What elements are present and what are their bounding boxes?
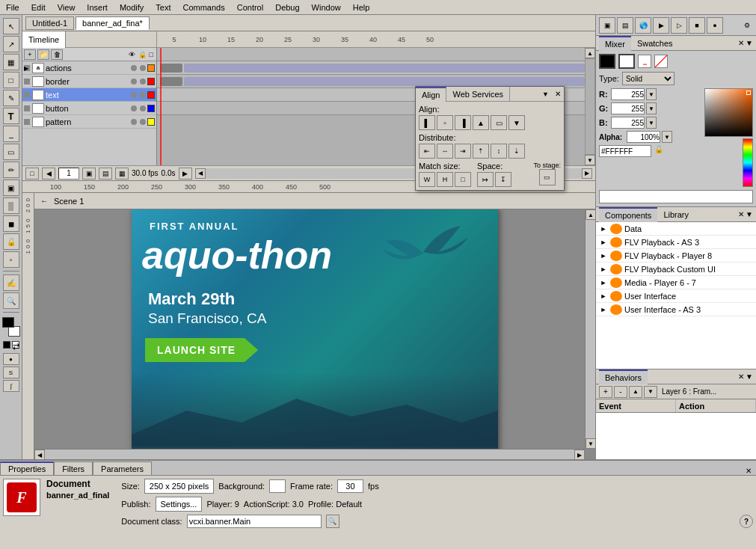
tool-arrow[interactable]: ↖ bbox=[3, 18, 19, 34]
snap-magnet-btn[interactable]: ● bbox=[3, 353, 19, 365]
menu-edit[interactable]: Edit bbox=[25, 1, 52, 13]
right-panel-btn6[interactable]: ■ bbox=[689, 17, 705, 34]
layer-pattern[interactable]: pattern bbox=[22, 115, 156, 129]
comp-flv-p8[interactable]: ► FLV Playback - Player 8 bbox=[596, 249, 756, 263]
add-behavior-btn[interactable]: + bbox=[599, 386, 612, 398]
tool-text[interactable]: T bbox=[3, 108, 19, 124]
expand-ui[interactable]: ► bbox=[599, 292, 608, 301]
tool-brush[interactable]: ▣ bbox=[3, 180, 19, 196]
menu-view[interactable]: View bbox=[52, 1, 82, 13]
alpha-input[interactable] bbox=[627, 131, 660, 143]
mixer-options-btn[interactable]: ▼ bbox=[746, 39, 753, 47]
comp-media[interactable]: ► Media - Player 6 - 7 bbox=[596, 276, 756, 289]
menu-control[interactable]: Control bbox=[231, 1, 269, 13]
stage-scroll-down[interactable]: ▼ bbox=[586, 438, 595, 449]
nav-back-btn[interactable]: ◀ bbox=[42, 168, 55, 180]
tool-rect[interactable]: ▭ bbox=[3, 144, 19, 160]
stroke-color-swatch[interactable] bbox=[2, 317, 14, 328]
expand-media[interactable]: ► bbox=[599, 278, 608, 287]
insert-frame-btn[interactable]: ▤ bbox=[99, 168, 112, 180]
comp-flv-as3[interactable]: ► FLV Playback - AS 3 bbox=[596, 236, 756, 249]
add-folder-btn[interactable]: 📁 bbox=[37, 49, 49, 60]
g-input[interactable] bbox=[611, 102, 645, 114]
menu-modify[interactable]: Modify bbox=[114, 1, 150, 13]
tab-behaviors[interactable]: Behaviors bbox=[599, 369, 648, 384]
stage-scroll-left[interactable]: ◀ bbox=[34, 450, 45, 459]
tab-mixer[interactable]: Mixer bbox=[599, 36, 631, 51]
align-right-btn[interactable]: ▐ bbox=[455, 115, 471, 130]
align-bottom-btn[interactable]: ▼ bbox=[508, 115, 525, 130]
swap-colors-btn[interactable]: ⇄ bbox=[12, 341, 19, 349]
layer-text[interactable]: T text bbox=[22, 88, 156, 102]
comp-ui-as3[interactable]: ► User Interface - AS 3 bbox=[596, 303, 756, 316]
r-arrow[interactable]: ▼ bbox=[646, 88, 657, 100]
tab-properties[interactable]: Properties bbox=[0, 461, 54, 475]
copy-frames-btn[interactable]: ▦ bbox=[115, 168, 129, 180]
layer-button[interactable]: button bbox=[22, 102, 156, 115]
tool-paint-bucket[interactable]: ◼ bbox=[3, 215, 19, 232]
tool-pencil[interactable]: ✏ bbox=[3, 162, 19, 178]
dist-top-btn[interactable]: ⇡ bbox=[473, 144, 489, 159]
stage-scroll-up[interactable]: ▲ bbox=[586, 209, 595, 220]
right-panel-btn4[interactable]: ▶ bbox=[653, 17, 669, 34]
tab-banner[interactable]: banner_ad_fina* bbox=[76, 16, 150, 30]
to-stage-btn[interactable]: ▭ bbox=[539, 169, 556, 185]
match-both-btn[interactable]: □ bbox=[455, 172, 471, 187]
align-panel-options[interactable]: ▼ bbox=[539, 91, 552, 98]
mixer-close-btn[interactable]: ✕ bbox=[738, 39, 744, 47]
timeline-tab-timeline[interactable]: Timeline bbox=[22, 31, 66, 48]
stage-hscroll[interactable]: ◀ ▶ bbox=[34, 449, 585, 459]
settings-btn[interactable]: Settings... bbox=[156, 497, 203, 512]
tool-eyedropper[interactable]: 🔓 bbox=[3, 233, 19, 250]
props-close-btn[interactable]: ✕ bbox=[741, 467, 756, 475]
right-panel-btn3[interactable]: 🌎 bbox=[635, 17, 651, 34]
components-close-btn[interactable]: ✕ bbox=[738, 210, 744, 218]
bg-swatch[interactable] bbox=[269, 479, 286, 493]
tab-components[interactable]: Components bbox=[599, 207, 657, 222]
alpha-arrow[interactable]: ▼ bbox=[662, 131, 672, 143]
layer-actions[interactable]: ▶ a actions bbox=[22, 61, 156, 75]
dist-center-v-btn[interactable]: ↕ bbox=[491, 144, 507, 159]
tab-untitled[interactable]: Untitled-1 bbox=[25, 16, 74, 30]
frame-input[interactable] bbox=[58, 168, 79, 180]
tool-line[interactable]: ⎯ bbox=[3, 126, 19, 142]
menu-text[interactable]: Text bbox=[150, 1, 176, 13]
g-arrow[interactable]: ▼ bbox=[646, 102, 657, 114]
right-panel-btn7[interactable]: ● bbox=[707, 17, 723, 34]
behaviors-options-btn[interactable]: ▼ bbox=[746, 372, 753, 381]
space-v-btn[interactable]: ↧ bbox=[495, 172, 511, 187]
menu-help[interactable]: Help bbox=[347, 1, 376, 13]
tool-eraser[interactable]: ▫ bbox=[3, 251, 19, 268]
tool-subselect[interactable]: ↗ bbox=[3, 36, 19, 52]
match-h-btn[interactable]: H bbox=[437, 172, 453, 187]
align-top-btn[interactable]: ▲ bbox=[473, 115, 489, 130]
right-panel-settings[interactable]: ⚙ bbox=[741, 19, 753, 31]
tool-zoom[interactable]: 🔍 bbox=[3, 292, 19, 309]
right-panel-btn2[interactable]: ▤ bbox=[617, 17, 633, 34]
stage-vscroll[interactable]: ▲ ▼ bbox=[585, 209, 595, 449]
hue-slider[interactable] bbox=[743, 138, 753, 187]
no-stroke-btn[interactable]: ⎯ bbox=[638, 55, 651, 68]
stage-scroll-right[interactable]: ▶ bbox=[574, 450, 585, 459]
layer-border[interactable]: border bbox=[22, 75, 156, 88]
play-btn[interactable]: ▶ bbox=[179, 168, 192, 180]
timeline-vscroll[interactable]: ▲ ▼ bbox=[585, 48, 595, 165]
right-panel-btn1[interactable]: ▣ bbox=[599, 17, 615, 34]
space-h-btn[interactable]: ↦ bbox=[477, 172, 494, 187]
smooth-btn[interactable]: S bbox=[3, 366, 19, 378]
size-btn[interactable]: 250 x 250 pixels bbox=[144, 479, 215, 494]
tool-ink[interactable]: ▒ bbox=[3, 197, 19, 214]
match-w-btn[interactable]: W bbox=[419, 172, 435, 187]
comp-ui[interactable]: ► User Interface bbox=[596, 289, 756, 303]
menu-window[interactable]: Window bbox=[306, 1, 347, 13]
tab-library[interactable]: Library bbox=[657, 207, 695, 222]
default-colors-btn[interactable] bbox=[3, 341, 10, 349]
color-gradient-box[interactable] bbox=[704, 88, 753, 137]
add-layer-btn[interactable]: + bbox=[24, 49, 36, 60]
expand-ui-as3[interactable]: ► bbox=[599, 305, 608, 314]
expand-data[interactable]: ► bbox=[599, 224, 608, 233]
menu-insert[interactable]: Insert bbox=[81, 1, 114, 13]
hscroll-left[interactable]: ◀ bbox=[195, 168, 206, 179]
align-center-h-btn[interactable]: ▫ bbox=[437, 115, 453, 130]
help-btn[interactable]: ? bbox=[740, 515, 753, 528]
